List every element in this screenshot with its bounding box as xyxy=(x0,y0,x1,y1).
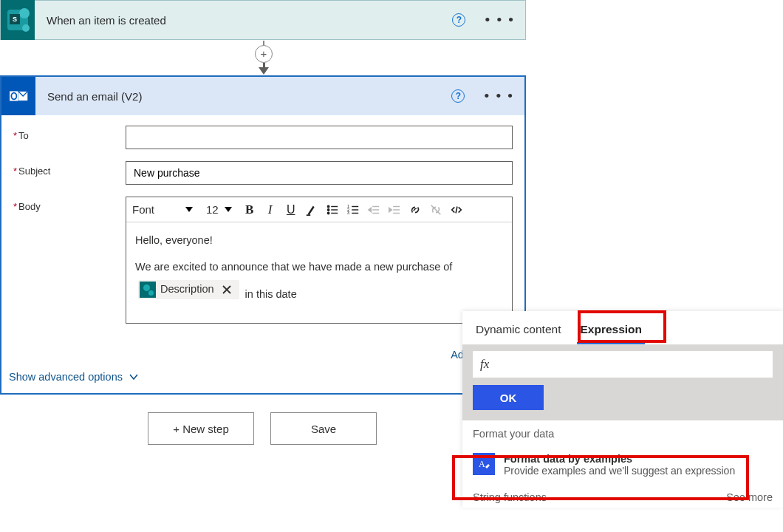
sharepoint-icon: S xyxy=(1,0,35,40)
action-header[interactable]: Send an email (V2) ? • • • xyxy=(1,77,524,115)
rich-text-toolbar: Font 12 B I U xyxy=(126,197,512,222)
tab-expression[interactable]: Expression xyxy=(577,318,645,344)
trigger-card[interactable]: S When an item is created ? • • • xyxy=(0,0,526,40)
indent-icon[interactable] xyxy=(384,198,405,222)
subject-input[interactable] xyxy=(126,161,513,185)
chevron-down-icon xyxy=(129,372,139,382)
format-data-by-examples[interactable]: A Format data by examples Provide exampl… xyxy=(462,446,783,484)
body-text: We are excited to announce that we have … xyxy=(135,259,503,276)
action-card: Send an email (V2) ? • • • *To *Subject … xyxy=(0,75,526,395)
see-more-link[interactable]: See more xyxy=(726,491,773,503)
expression-input[interactable]: fx xyxy=(473,351,773,378)
field-body: *Body Font 12 B I U xyxy=(13,197,513,324)
new-step-button[interactable]: + New step xyxy=(148,412,254,445)
svg-point-5 xyxy=(327,205,329,207)
bullet-list-icon[interactable] xyxy=(322,198,343,222)
svg-text:A: A xyxy=(479,459,485,469)
svg-line-24 xyxy=(456,206,457,213)
svg-rect-4 xyxy=(306,214,310,216)
body-editor[interactable]: Hello, everyone! We are excited to annou… xyxy=(126,222,512,323)
dynamic-token-description[interactable]: Description xyxy=(138,280,239,299)
help-icon[interactable]: ? xyxy=(451,89,465,103)
sharepoint-token-icon xyxy=(140,282,156,298)
format-icon: A xyxy=(473,453,495,475)
section-string-functions: String functions xyxy=(473,491,547,503)
color-picker-icon[interactable] xyxy=(301,198,322,222)
action-title: Send an email (V2) xyxy=(47,90,142,103)
to-input[interactable] xyxy=(126,126,513,149)
svg-point-9 xyxy=(327,212,329,214)
link-icon[interactable] xyxy=(405,198,425,222)
section-format-label: Format your data xyxy=(462,420,783,446)
font-size-select[interactable]: 12 xyxy=(200,198,239,222)
footer-buttons: + New step Save xyxy=(148,412,377,445)
outdent-icon[interactable] xyxy=(363,198,384,222)
code-view-icon[interactable] xyxy=(446,198,467,222)
svg-text:3: 3 xyxy=(347,211,349,215)
connector: + xyxy=(254,41,273,75)
font-select[interactable]: Font xyxy=(126,198,200,222)
tab-dynamic-content[interactable]: Dynamic content xyxy=(473,318,564,344)
arrow-down-icon xyxy=(259,67,269,75)
ok-button[interactable]: OK xyxy=(473,385,544,410)
remove-token-icon[interactable] xyxy=(219,282,235,298)
save-button[interactable]: Save xyxy=(270,412,377,445)
outlook-icon xyxy=(1,77,35,115)
bold-icon[interactable]: B xyxy=(239,198,260,222)
field-to: *To xyxy=(13,126,513,149)
expression-panel: Dynamic content Expression fx OK Format … xyxy=(462,311,783,508)
field-subject: *Subject xyxy=(13,161,513,185)
unlink-icon[interactable] xyxy=(425,198,446,222)
underline-icon[interactable]: U xyxy=(281,198,301,222)
add-dynamic-content-link[interactable]: Add dynamic xyxy=(1,341,524,361)
svg-point-7 xyxy=(327,208,329,210)
number-list-icon[interactable]: 1 2 3 xyxy=(343,198,363,222)
trigger-title: When an item is created xyxy=(47,14,166,27)
body-text: Hello, everyone! xyxy=(135,233,503,249)
help-icon[interactable]: ? xyxy=(452,13,465,27)
add-step-between-button[interactable]: + xyxy=(255,45,273,63)
show-advanced-options[interactable]: Show advanced options xyxy=(1,361,524,393)
italic-icon[interactable]: I xyxy=(260,198,281,222)
